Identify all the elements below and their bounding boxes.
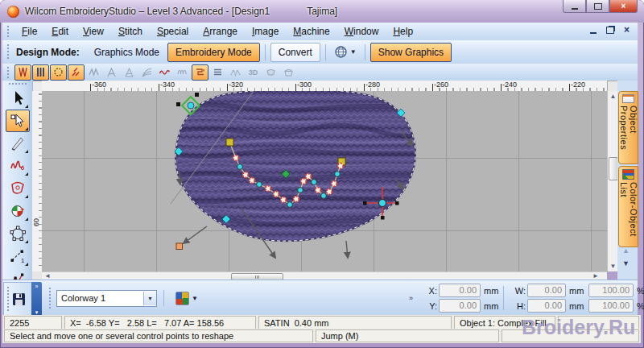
restore-button[interactable] — [586, 0, 609, 13]
y-scale-field[interactable]: 100.00 — [588, 299, 634, 313]
app-title: Wilcom EmbroideryStudio – Level 3 Advanc… — [25, 6, 232, 17]
tatami-fill-icon[interactable] — [32, 64, 49, 81]
motif-fill-icon[interactable] — [50, 64, 67, 81]
graphics-mode-button[interactable]: Graphics Mode — [86, 43, 167, 62]
document-name: [Design1 — [232, 6, 270, 17]
current-tool: Jump (M) — [316, 329, 499, 342]
wave-fill-icon[interactable] — [156, 64, 173, 81]
scroll-left-icon[interactable]: ◄ — [43, 272, 52, 280]
toolbar-grip[interactable] — [48, 287, 52, 309]
restore-icon — [594, 3, 602, 10]
h-unit: mm — [568, 301, 587, 311]
design-mode-label: Design Mode: — [16, 47, 80, 58]
minimize-button[interactable] — [563, 0, 586, 13]
panel-up-icon[interactable]: ▲ — [622, 246, 630, 255]
star-polygon-tool[interactable] — [6, 222, 30, 245]
trapunto-icon[interactable] — [262, 64, 279, 81]
globe-icon — [334, 45, 348, 59]
menu-stitch[interactable]: Stitch — [111, 23, 150, 39]
tab-object-properties[interactable]: Object Properties — [618, 91, 638, 164]
colorway-dropdown-button[interactable]: ▼ — [143, 292, 156, 305]
freehand-embroidery-tool[interactable] — [6, 155, 30, 177]
close-button[interactable]: × — [609, 0, 638, 13]
convert-button[interactable]: Convert — [270, 43, 320, 62]
menu-machine[interactable]: Machine — [286, 23, 336, 39]
step-fill-icon[interactable] — [103, 64, 120, 81]
complex-fill-object[interactable] — [171, 91, 432, 241]
menu-file[interactable]: File — [14, 23, 44, 39]
machine-format: Tajima] — [307, 6, 337, 17]
color-blending-tool[interactable] — [6, 200, 30, 222]
toolbar-grip[interactable] — [6, 66, 10, 78]
toolbar-grip[interactable] — [8, 82, 26, 85]
overflow-chevron-icon[interactable]: » — [35, 284, 39, 289]
w-field[interactable]: 0.00 — [527, 284, 566, 297]
colorway-select[interactable]: Colorway 1 ▼ — [56, 290, 157, 307]
loop-stitch-icon[interactable] — [174, 64, 191, 81]
mdi-restore-button[interactable] — [606, 27, 614, 34]
h-label: H: — [513, 301, 526, 311]
select-object-tool[interactable] — [6, 87, 30, 110]
menu-window[interactable]: Window — [337, 23, 386, 39]
closed-object-tool[interactable] — [6, 177, 30, 200]
x-scale-field[interactable]: 100.00 — [588, 284, 634, 297]
embroidery-mode-button[interactable]: Embroidery Mode — [167, 43, 260, 62]
toolbox: 1 1 — [2, 81, 33, 280]
h-field[interactable]: 0.00 — [527, 299, 566, 313]
menu-help[interactable]: Help — [386, 23, 420, 39]
mdi-close-button[interactable]: × — [624, 26, 630, 34]
bottom-toolbar: » ▾ Colorway 1 ▼ ▼ » X: 0.00 mm W: 0.00 — [2, 280, 638, 316]
menu-image[interactable]: Image — [245, 23, 286, 39]
x-field[interactable]: 0.00 — [439, 284, 481, 297]
reshape-object-tool[interactable] — [6, 110, 30, 132]
menu-edit[interactable]: Edit — [44, 23, 76, 39]
zigzag-stitch-icon[interactable] — [85, 64, 102, 81]
mdi-minimize-button[interactable] — [590, 32, 597, 34]
contour-stitch-icon[interactable] — [138, 64, 155, 81]
palette-dropdown-icon[interactable]: ▼ — [192, 295, 198, 302]
show-graphics-button[interactable]: Show Graphics — [370, 43, 452, 62]
y-field[interactable]: 0.00 — [439, 299, 481, 313]
menu-view[interactable]: View — [76, 23, 111, 39]
toolbar-overflow-strip[interactable]: » ▾ — [31, 282, 42, 317]
stitch-toolbar: 3D — [2, 64, 638, 81]
hoop-globe-button[interactable]: ▼ — [331, 44, 360, 60]
satin-stitch-icon[interactable] — [14, 64, 31, 81]
scroll-right-icon[interactable]: ► — [592, 272, 600, 280]
toolbar-grip[interactable] — [6, 286, 10, 312]
separator — [265, 44, 266, 60]
w-label: W: — [513, 286, 526, 296]
color-palette-icon[interactable] — [175, 292, 189, 305]
menu-special[interactable]: Special — [150, 23, 196, 39]
separator — [163, 290, 164, 306]
panel-down-icon[interactable]: ▼ — [622, 259, 630, 267]
menu-bar: File Edit View Stitch Special Arrange Im… — [2, 23, 638, 41]
ruler-label: -340 — [160, 81, 175, 89]
design-canvas[interactable] — [42, 91, 607, 271]
toolbar-grip[interactable] — [6, 25, 10, 37]
knife-tool[interactable] — [6, 132, 30, 155]
applique-fill-icon[interactable] — [121, 64, 138, 81]
tab-label: Object Properties — [619, 106, 638, 164]
basket-weave-icon[interactable] — [280, 64, 297, 81]
menu-arrange[interactable]: Arrange — [196, 23, 245, 39]
separator — [503, 286, 504, 310]
x-label: X: — [424, 286, 437, 296]
3d-warp-icon[interactable]: 3D — [245, 64, 262, 81]
ruler-label: -280 — [365, 81, 380, 89]
hatch-fill-icon[interactable] — [227, 64, 244, 81]
toolbar-grip[interactable] — [6, 44, 10, 60]
save-floppy-icon[interactable] — [12, 292, 26, 306]
overflow-chevron-icon[interactable]: » — [409, 294, 413, 302]
title-bar[interactable]: Wilcom EmbroideryStudio – Level 3 Advanc… — [0, 0, 644, 23]
colorway-value: Colorway 1 — [61, 293, 105, 303]
run-stitch-tool[interactable]: 1 — [6, 245, 30, 267]
program-split-icon[interactable] — [209, 64, 226, 81]
window-title: Wilcom EmbroideryStudio – Level 3 Advanc… — [25, 6, 337, 17]
fancy-fill-icon[interactable] — [68, 64, 85, 81]
ruler-label: -240 — [502, 81, 517, 89]
tab-color-object-list[interactable]: Color-Object List — [618, 166, 638, 247]
vertical-scrollbar[interactable]: ▲ ▼ — [607, 91, 618, 271]
stipple-fill-icon[interactable] — [192, 64, 208, 81]
control-point-orange-square[interactable] — [176, 243, 183, 250]
